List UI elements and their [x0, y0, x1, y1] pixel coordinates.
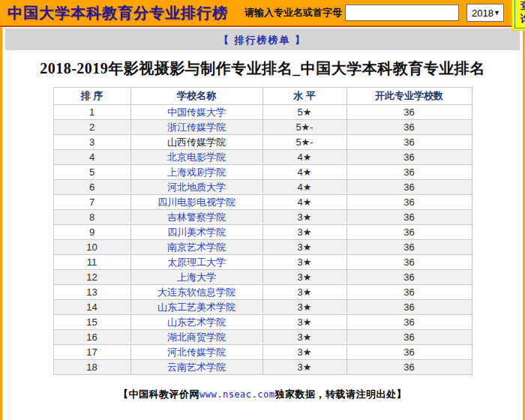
rank-cell: 14: [53, 300, 130, 315]
school-cell: 四川电影电视学院: [130, 195, 262, 210]
rank-cell: 7: [53, 195, 130, 210]
school-cell: 河北地质大学: [130, 180, 262, 195]
rank-cell: 16: [53, 330, 130, 345]
level-cell: 3★: [262, 330, 346, 345]
count-cell: 36: [346, 120, 472, 135]
column-header-rank: 排 序: [53, 88, 130, 105]
count-cell: 36: [346, 330, 472, 345]
site-title: 中国大学本科教育分专业排行榜: [8, 3, 228, 23]
footer-prefix: 【中国科教评价网: [118, 388, 200, 400]
query-button-label: 查询: [514, 0, 525, 28]
count-cell: 36: [346, 240, 472, 255]
school-link[interactable]: 河北传媒学院: [167, 346, 226, 358]
school-cell: 上海戏剧学院: [130, 165, 262, 180]
level-cell: 3★: [262, 360, 346, 375]
count-cell: 36: [346, 315, 472, 330]
count-cell: 36: [346, 195, 472, 210]
school-cell: 山东艺术学院: [130, 315, 262, 330]
school-link[interactable]: 吉林警察学院: [167, 212, 226, 223]
rank-cell: 8: [53, 210, 130, 225]
table-row: 3山西传媒学院5★-36: [53, 135, 472, 150]
level-cell: 3★: [262, 315, 346, 330]
rank-cell: 10: [53, 240, 130, 255]
rank-cell: 4: [53, 150, 130, 165]
count-cell: 36: [346, 300, 472, 315]
query-button[interactable]: 查询: [512, 0, 525, 31]
year-select-value: 2018: [472, 8, 494, 19]
count-cell: 36: [346, 105, 472, 120]
school-link[interactable]: 山东艺术学院: [167, 316, 226, 328]
rank-cell: 1: [53, 105, 130, 120]
rank-cell: 17: [53, 345, 130, 360]
count-cell: 36: [346, 180, 472, 195]
level-cell: 3★: [262, 240, 346, 255]
count-cell: 36: [346, 225, 472, 240]
school-cell: 北京电影学院: [130, 150, 262, 165]
table-row: 13大连东软信息学院3★36: [53, 285, 472, 300]
count-cell: 36: [346, 255, 472, 270]
school-link[interactable]: 南京艺术学院: [167, 242, 226, 253]
school-link[interactable]: 大连东软信息学院: [158, 286, 236, 298]
school-link[interactable]: 中国传媒大学: [167, 106, 226, 118]
table-row: 2浙江传媒学院5★-36: [53, 120, 472, 135]
level-cell: 3★: [262, 300, 346, 315]
count-cell: 36: [346, 150, 472, 165]
school-cell: 南京艺术学院: [130, 240, 262, 255]
school-cell: 中国传媒大学: [130, 105, 262, 120]
school-cell: 吉林警察学院: [130, 210, 262, 225]
level-cell: 3★: [262, 255, 346, 270]
rank-cell: 9: [53, 225, 130, 240]
level-cell: 4★: [262, 180, 346, 195]
table-row: 8吉林警察学院3★36: [53, 210, 472, 225]
school-link[interactable]: 山东工艺美术学院: [158, 302, 236, 313]
school-link[interactable]: 上海大学: [177, 272, 216, 283]
school-link[interactable]: 四川电影电视学院: [158, 196, 236, 208]
rank-cell: 11: [53, 255, 130, 270]
school-cell: 云南艺术学院: [130, 360, 262, 375]
table-row: 17河北传媒学院3★36: [53, 345, 472, 360]
ranking-table: 排 序 学校名称 水 平 开此专业学校数 1中国传媒大学5★362浙江传媒学院5…: [53, 87, 472, 375]
search-input[interactable]: [345, 4, 459, 21]
table-row: 9四川美术学院3★36: [53, 225, 472, 240]
table-row: 7四川电影电视学院4★36: [53, 195, 472, 210]
count-cell: 36: [346, 165, 472, 180]
school-link[interactable]: 太原理工大学: [167, 256, 226, 268]
table-row: 5上海戏剧学院4★36: [53, 165, 472, 180]
level-cell: 3★: [262, 225, 346, 240]
count-cell: 36: [346, 270, 472, 285]
level-cell: 5★-: [262, 135, 346, 150]
count-cell: 36: [346, 285, 472, 300]
year-select[interactable]: 2018 ▼: [466, 4, 504, 22]
count-cell: 36: [346, 210, 472, 225]
school-link[interactable]: 湖北商贸学院: [167, 332, 226, 343]
level-cell: 4★: [262, 165, 346, 180]
school-link[interactable]: 四川美术学院: [167, 226, 226, 238]
rank-cell: 3: [53, 135, 130, 150]
table-row: 6河北地质大学4★36: [53, 180, 472, 195]
school-cell: 河北传媒学院: [130, 345, 262, 360]
table-row: 10南京艺术学院3★36: [53, 240, 472, 255]
level-cell: 3★: [262, 285, 346, 300]
school-name: 山西传媒学院: [167, 136, 226, 148]
table-row: 12上海大学3★36: [53, 270, 472, 285]
school-link[interactable]: 浙江传媒学院: [167, 122, 226, 133]
school-link[interactable]: 上海戏剧学院: [167, 166, 226, 178]
table-row: 15山东艺术学院3★36: [53, 315, 472, 330]
school-cell: 太原理工大学: [130, 255, 262, 270]
page-title: 2018-2019年影视摄影与制作专业排名_中国大学本科教育专业排名: [8, 58, 517, 79]
copyright-footer: 【中国科教评价网www.nseac.com独家数据，转载请注明出处】: [2, 388, 523, 401]
school-cell: 上海大学: [130, 270, 262, 285]
level-cell: 3★: [262, 345, 346, 360]
table-row: 18云南艺术学院3★36: [53, 360, 472, 375]
school-cell: 浙江传媒学院: [130, 120, 262, 135]
school-link[interactable]: 北京电影学院: [167, 152, 226, 163]
school-link[interactable]: 云南艺术学院: [167, 362, 226, 373]
rank-cell: 6: [53, 180, 130, 195]
level-cell: 3★: [262, 210, 346, 225]
nseac-link[interactable]: www.nseac.com: [200, 389, 274, 400]
table-header-row: 排 序 学校名称 水 平 开此专业学校数: [53, 88, 472, 105]
ranking-list-link[interactable]: 【 排行榜榜单 】: [219, 34, 306, 46]
footer-suffix: 独家数据，转载请注明出处】: [274, 388, 406, 400]
school-link[interactable]: 河北地质大学: [167, 182, 226, 193]
school-cell: 湖北商贸学院: [130, 330, 262, 345]
